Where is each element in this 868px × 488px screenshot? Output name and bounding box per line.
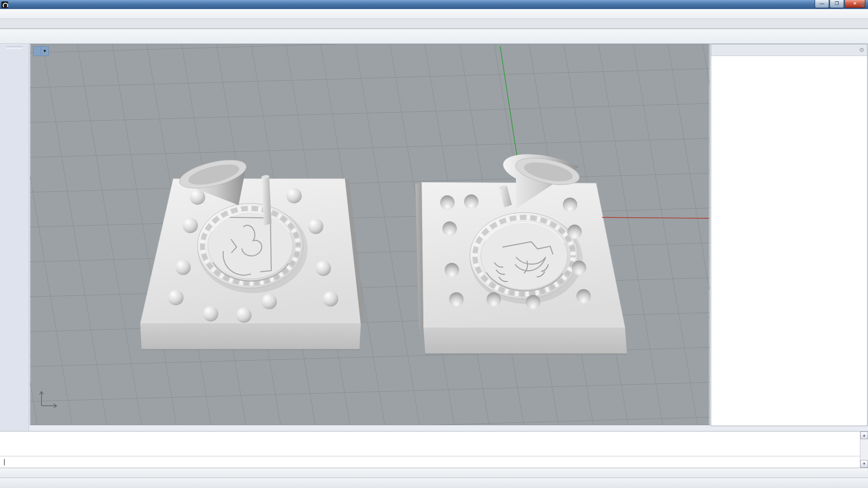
command-area: ▲ ▼ [0,431,868,468]
tab-strip-gear-icon[interactable]: ⚙ [860,1,865,8]
properties-panel: ⚙ [711,44,868,426]
tool-sidebar [0,44,29,432]
panel-tabs [711,44,867,56]
toolbar-tab-strip [0,19,868,29]
left-mold-object[interactable] [140,155,365,351]
minimize-button[interactable]: — [815,0,829,8]
perspective-viewport[interactable]: ▼ [30,44,710,425]
viewport-scene [30,44,709,425]
scroll-down-icon[interactable]: ▼ [860,460,868,468]
scroll-up-icon[interactable]: ▲ [860,432,868,439]
viewport-title-label[interactable]: ▼ [33,46,49,56]
construction-grid [30,44,709,425]
rhino-window: — ❐ ✕ ⚙ [0,0,868,488]
osnap-bar [0,468,868,478]
title-bar: — ❐ ✕ [0,0,868,9]
status-bar [0,478,868,488]
menu-bar [0,9,868,19]
rhino-app-icon [1,1,8,8]
panel-gear-icon[interactable]: ⚙ [859,47,864,53]
command-scrollbar[interactable]: ▲ ▼ [860,432,868,468]
text-caret [4,459,5,465]
viewport-menu-arrow-icon[interactable]: ▼ [41,47,48,55]
restore-button[interactable]: ❐ [830,0,844,8]
command-line[interactable] [0,456,860,468]
command-history [0,432,860,454]
main-toolbar [0,29,868,44]
